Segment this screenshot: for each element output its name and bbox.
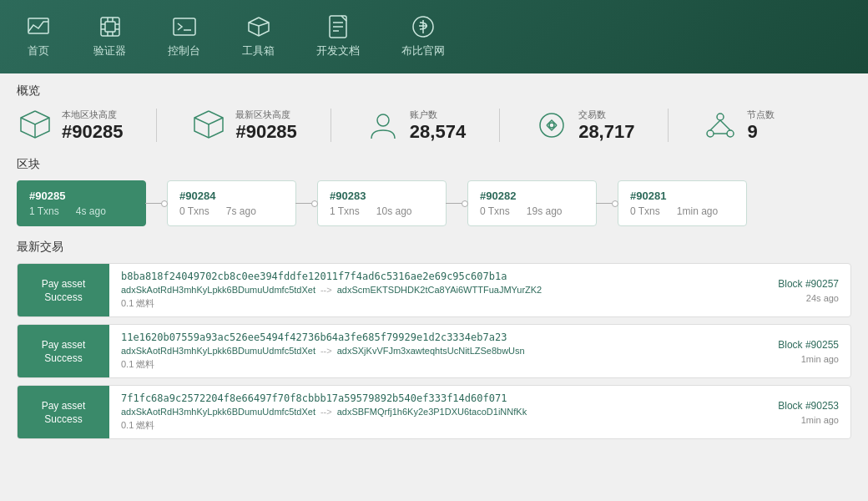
block-card-2[interactable]: #90283 1 Txns 10s ago [317,180,447,226]
nav-label-console: 控制台 [168,43,200,58]
tx-meta-1: Block #90255 1min ago [759,325,850,377]
node-icon [702,107,739,144]
nav-item-validator[interactable]: 验证器 [93,15,126,58]
tx-badge-line1-1: Pay asset [42,339,86,351]
tx-to-0[interactable]: adxScmEKTSDHDK2tCa8YAi6WTTFuaJMYurZK2 [337,285,542,295]
block-id-2: #90283 [330,190,434,202]
latest-block-value: #90285 [235,121,296,143]
block-info-0: 1 Txns 4s ago [29,205,134,217]
block-card-1[interactable]: #90284 0 Txns 7s ago [167,180,296,226]
tx-badge-line2-1: Success [44,352,82,364]
blocks-title: 区块 [17,157,851,172]
block-id-0: #90285 [29,190,134,202]
tx-to-2[interactable]: adxSBFMQrfj1h6Ky2e3P1DXU6tacoD1iNNfKk [337,407,527,417]
tx-body-1: 11e1620b07559a93ac526ee5494f42736b64a3fe… [109,325,759,377]
tx-hash-2[interactable]: 7f1fc68a9c2572204f8e66497f70f8cbbb17a595… [121,392,747,404]
block-time-2: 10s ago [376,205,412,217]
block-txns-1: 0 Txns [179,205,209,217]
main-content: 概览 本地区块高度 #90285 [0,73,868,501]
divider-2 [331,109,331,142]
overview-title: 概览 [17,84,851,99]
overview-local-block-text: 本地区块高度 #90285 [62,109,123,143]
tx-hash-0[interactable]: b8ba818f24049702cb8c0ee394fddfe12011f7f4… [121,271,747,282]
tx-meta-0: Block #90257 24s ago [759,264,850,316]
tx-block-1[interactable]: Block #90255 [778,339,839,351]
svg-point-24 [707,130,714,137]
overview-accounts-text: 账户数 28,574 [410,109,466,143]
svg-rect-2 [101,18,119,36]
tx-route-2: adxSkAotRdH3mhKyLpkk6BDumuUdmfc5tdXet --… [121,407,747,417]
block-info-2: 1 Txns 10s ago [330,205,434,217]
overview-nodes: 节点数 9 [702,107,775,144]
nav-item-console[interactable]: 控制台 [168,15,200,58]
block-card-0[interactable]: #90285 1 Txns 4s ago [17,180,146,226]
chart-icon [25,15,52,38]
blocks-row: #90285 1 Txns 4s ago #90284 0 Txns 7s ag… [17,180,851,226]
block-time-0: 4s ago [76,205,106,217]
overview-bar: 本地区块高度 #90285 最新区块高度 #90285 [17,107,851,144]
tx-card-1: Pay asset Success 11e1620b07559a93ac526e… [17,324,851,378]
svg-point-23 [717,114,724,120]
tx-label: 交易数 [578,109,634,121]
overview-accounts: 账户数 28,574 [365,107,466,144]
tx-from-0[interactable]: adxSkAotRdH3mhKyLpkk6BDumuUdmfc5tdXet [121,285,315,295]
tx-from-2[interactable]: adxSkAotRdH3mhKyLpkk6BDumuUdmfc5tdXet [121,407,315,417]
svg-point-25 [727,130,734,137]
connector-0 [145,200,168,207]
terminal-icon [171,15,198,38]
tx-arrow-1: --> [320,346,332,356]
connector-1 [295,200,318,207]
block-info-3: 0 Txns 19s ago [480,205,584,217]
tx-arrow-0: --> [320,285,332,295]
divider-4 [668,109,669,142]
coin-icon [410,15,437,38]
block-card-3[interactable]: #90282 0 Txns 19s ago [467,180,597,226]
latest-block-icon [190,107,227,144]
tx-fuel-0: 0.1 燃料 [121,297,747,310]
tx-from-1[interactable]: adxSkAotRdH3mhKyLpkk6BDumuUdmfc5tdXet [121,346,315,356]
overview-nodes-text: 节点数 9 [747,109,775,143]
overview-latest-block: 最新区块高度 #90285 [190,107,296,144]
tx-badge-1: Pay asset Success [18,325,109,377]
nav-label-toolbox: 工具箱 [242,43,275,58]
nav-item-toolbox[interactable]: 工具箱 [242,15,275,58]
nav-item-home[interactable]: 首页 [25,15,52,58]
tx-hash-1[interactable]: 11e1620b07559a93ac526ee5494f42736b64a3fe… [121,331,747,343]
block-txns-0: 1 Txns [29,205,59,217]
local-block-label: 本地区块高度 [62,109,123,121]
block-id-4: #90281 [630,190,734,202]
nav-item-devdocs[interactable]: 开发文档 [316,15,360,58]
block-card-4[interactable]: #90281 0 Txns 1min ago [618,180,747,226]
nav-label-validator: 验证器 [93,43,126,58]
local-block-value: #90285 [62,121,123,143]
tx-body-2: 7f1fc68a9c2572204f8e66497f70f8cbbb17a595… [109,386,759,438]
divider-1 [156,109,157,142]
tx-to-1[interactable]: adxSXjKvVFJm3xawteqhtsUcNitLZSe8bwUsn [337,346,525,356]
block-time-3: 19s ago [527,205,563,217]
block-txns-3: 0 Txns [480,205,510,217]
nav-item-bubi[interactable]: 布比官网 [401,15,445,58]
nav-label-bubi: 布比官网 [401,43,445,58]
tx-block-0[interactable]: Block #90257 [778,278,839,290]
tx-block-2[interactable]: Block #90253 [778,400,839,412]
tx-card-0: Pay asset Success b8ba818f24049702cb8c0e… [17,263,851,317]
overview-txs: 交易数 28,717 [533,107,634,144]
tx-badge-2: Pay asset Success [18,386,109,438]
tx-fuel-1: 0.1 燃料 [121,358,747,371]
block-id-1: #90284 [179,190,284,202]
svg-line-26 [710,120,720,130]
tx-title: 最新交易 [17,240,851,255]
local-block-icon [17,107,53,144]
tx-badge-line2-0: Success [44,291,82,303]
block-txns-2: 1 Txns [330,205,360,217]
tx-route-1: adxSkAotRdH3mhKyLpkk6BDumuUdmfc5tdXet --… [121,346,747,356]
tx-badge-line2-2: Success [44,413,82,425]
nav-label-home: 首页 [28,43,49,58]
tx-route-0: adxSkAotRdH3mhKyLpkk6BDumuUdmfc5tdXet --… [121,285,747,295]
tx-section: 最新交易 Pay asset Success b8ba818f24049702c… [17,240,851,439]
block-time-1: 7s ago [226,205,256,217]
nav-bar: 首页 验证器 控制台 [0,0,868,73]
tx-badge-line1-2: Pay asset [42,400,86,412]
account-icon [365,107,401,144]
tx-arrow-2: --> [320,407,332,417]
